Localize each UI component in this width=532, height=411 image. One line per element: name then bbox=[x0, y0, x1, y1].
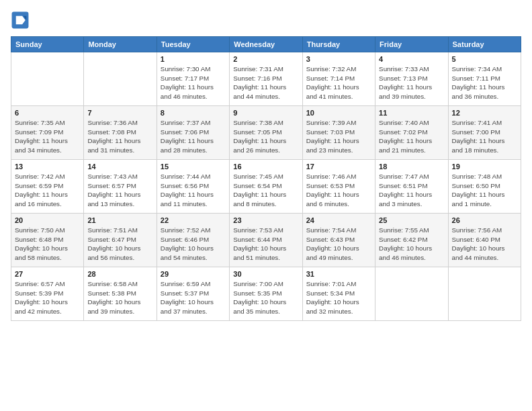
day-number: 11 bbox=[379, 109, 444, 117]
day-number: 29 bbox=[161, 270, 226, 278]
day-info: Sunrise: 7:32 AM Sunset: 7:14 PM Dayligh… bbox=[306, 64, 371, 101]
day-number: 31 bbox=[306, 270, 371, 278]
day-info: Sunrise: 7:40 AM Sunset: 7:02 PM Dayligh… bbox=[379, 118, 444, 155]
day-info: Sunrise: 7:47 AM Sunset: 6:51 PM Dayligh… bbox=[379, 172, 444, 209]
calendar-day-cell: 5Sunrise: 7:34 AM Sunset: 7:11 PM Daylig… bbox=[448, 52, 521, 106]
calendar-day-cell: 15Sunrise: 7:44 AM Sunset: 6:56 PM Dayli… bbox=[157, 160, 229, 214]
calendar-day-cell: 6Sunrise: 7:35 AM Sunset: 7:09 PM Daylig… bbox=[11, 106, 84, 160]
day-number: 17 bbox=[306, 163, 371, 171]
day-info: Sunrise: 7:51 AM Sunset: 6:47 PM Dayligh… bbox=[87, 226, 152, 263]
calendar-day-cell: 14Sunrise: 7:43 AM Sunset: 6:57 PM Dayli… bbox=[84, 160, 157, 214]
calendar-day-cell: 22Sunrise: 7:52 AM Sunset: 6:46 PM Dayli… bbox=[157, 214, 229, 267]
weekday-header: Tuesday bbox=[157, 37, 229, 52]
weekday-header-row: SundayMondayTuesdayWednesdayThursdayFrid… bbox=[11, 37, 521, 52]
day-info: Sunrise: 7:55 AM Sunset: 6:42 PM Dayligh… bbox=[379, 226, 444, 263]
calendar-day-cell: 28Sunrise: 6:58 AM Sunset: 5:38 PM Dayli… bbox=[84, 267, 157, 321]
day-number: 13 bbox=[15, 163, 80, 171]
day-number: 18 bbox=[379, 163, 444, 171]
calendar-week-row: 1Sunrise: 7:30 AM Sunset: 7:17 PM Daylig… bbox=[11, 52, 521, 106]
day-number: 9 bbox=[233, 109, 298, 117]
day-info: Sunrise: 7:01 AM Sunset: 5:34 PM Dayligh… bbox=[306, 279, 371, 316]
day-number: 26 bbox=[452, 216, 517, 224]
day-number: 2 bbox=[233, 55, 298, 63]
day-number: 19 bbox=[452, 163, 517, 171]
weekday-header: Saturday bbox=[448, 37, 521, 52]
weekday-header: Sunday bbox=[11, 37, 84, 52]
day-info: Sunrise: 7:30 AM Sunset: 7:17 PM Dayligh… bbox=[161, 64, 226, 101]
day-number: 6 bbox=[15, 109, 80, 117]
day-info: Sunrise: 7:52 AM Sunset: 6:46 PM Dayligh… bbox=[161, 226, 226, 263]
logo bbox=[11, 11, 32, 30]
day-info: Sunrise: 7:37 AM Sunset: 7:06 PM Dayligh… bbox=[161, 118, 226, 155]
day-number: 24 bbox=[306, 216, 371, 224]
day-number: 5 bbox=[452, 55, 517, 63]
day-info: Sunrise: 7:00 AM Sunset: 5:35 PM Dayligh… bbox=[233, 279, 298, 316]
day-info: Sunrise: 7:42 AM Sunset: 6:59 PM Dayligh… bbox=[15, 172, 80, 209]
day-info: Sunrise: 7:41 AM Sunset: 7:00 PM Dayligh… bbox=[452, 118, 517, 155]
calendar-day-cell: 31Sunrise: 7:01 AM Sunset: 5:34 PM Dayli… bbox=[302, 267, 375, 321]
day-info: Sunrise: 7:43 AM Sunset: 6:57 PM Dayligh… bbox=[87, 172, 152, 209]
calendar-day-cell: 27Sunrise: 6:57 AM Sunset: 5:39 PM Dayli… bbox=[11, 267, 84, 321]
day-info: Sunrise: 7:36 AM Sunset: 7:08 PM Dayligh… bbox=[87, 118, 152, 155]
weekday-header: Friday bbox=[375, 37, 448, 52]
day-number: 27 bbox=[15, 270, 80, 278]
calendar-day-cell: 8Sunrise: 7:37 AM Sunset: 7:06 PM Daylig… bbox=[157, 106, 229, 160]
day-number: 12 bbox=[452, 109, 517, 117]
calendar-day-cell bbox=[448, 267, 521, 321]
day-number: 30 bbox=[233, 270, 298, 278]
calendar-day-cell: 10Sunrise: 7:39 AM Sunset: 7:03 PM Dayli… bbox=[302, 106, 375, 160]
logo-icon bbox=[11, 11, 30, 30]
day-info: Sunrise: 7:44 AM Sunset: 6:56 PM Dayligh… bbox=[161, 172, 226, 209]
day-info: Sunrise: 6:57 AM Sunset: 5:39 PM Dayligh… bbox=[15, 279, 80, 316]
day-number: 28 bbox=[87, 270, 152, 278]
day-info: Sunrise: 7:48 AM Sunset: 6:50 PM Dayligh… bbox=[452, 172, 517, 209]
calendar-day-cell: 30Sunrise: 7:00 AM Sunset: 5:35 PM Dayli… bbox=[230, 267, 302, 321]
calendar-day-cell: 29Sunrise: 6:59 AM Sunset: 5:37 PM Dayli… bbox=[157, 267, 229, 321]
day-info: Sunrise: 7:34 AM Sunset: 7:11 PM Dayligh… bbox=[452, 64, 517, 101]
calendar-day-cell: 17Sunrise: 7:46 AM Sunset: 6:53 PM Dayli… bbox=[302, 160, 375, 214]
day-info: Sunrise: 7:56 AM Sunset: 6:40 PM Dayligh… bbox=[452, 226, 517, 263]
day-number: 3 bbox=[306, 55, 371, 63]
day-number: 1 bbox=[161, 55, 226, 63]
day-info: Sunrise: 7:46 AM Sunset: 6:53 PM Dayligh… bbox=[306, 172, 371, 209]
day-number: 25 bbox=[379, 216, 444, 224]
day-number: 14 bbox=[87, 163, 152, 171]
calendar-day-cell: 25Sunrise: 7:55 AM Sunset: 6:42 PM Dayli… bbox=[375, 214, 448, 267]
day-number: 16 bbox=[233, 163, 298, 171]
calendar-day-cell: 12Sunrise: 7:41 AM Sunset: 7:00 PM Dayli… bbox=[448, 106, 521, 160]
weekday-header: Wednesday bbox=[230, 37, 302, 52]
day-number: 10 bbox=[306, 109, 371, 117]
day-info: Sunrise: 7:50 AM Sunset: 6:48 PM Dayligh… bbox=[15, 226, 80, 263]
calendar-day-cell bbox=[375, 267, 448, 321]
calendar-day-cell: 4Sunrise: 7:33 AM Sunset: 7:13 PM Daylig… bbox=[375, 52, 448, 106]
day-info: Sunrise: 7:54 AM Sunset: 6:43 PM Dayligh… bbox=[306, 226, 371, 263]
day-number: 8 bbox=[161, 109, 226, 117]
day-info: Sunrise: 7:39 AM Sunset: 7:03 PM Dayligh… bbox=[306, 118, 371, 155]
calendar-day-cell: 18Sunrise: 7:47 AM Sunset: 6:51 PM Dayli… bbox=[375, 160, 448, 214]
calendar-week-row: 6Sunrise: 7:35 AM Sunset: 7:09 PM Daylig… bbox=[11, 106, 521, 160]
day-number: 21 bbox=[87, 216, 152, 224]
day-info: Sunrise: 7:33 AM Sunset: 7:13 PM Dayligh… bbox=[379, 64, 444, 101]
calendar-day-cell: 9Sunrise: 7:38 AM Sunset: 7:05 PM Daylig… bbox=[230, 106, 302, 160]
day-info: Sunrise: 7:38 AM Sunset: 7:05 PM Dayligh… bbox=[233, 118, 298, 155]
calendar-week-row: 27Sunrise: 6:57 AM Sunset: 5:39 PM Dayli… bbox=[11, 267, 521, 321]
calendar-day-cell bbox=[11, 52, 84, 106]
calendar-day-cell: 3Sunrise: 7:32 AM Sunset: 7:14 PM Daylig… bbox=[302, 52, 375, 106]
calendar-day-cell: 20Sunrise: 7:50 AM Sunset: 6:48 PM Dayli… bbox=[11, 214, 84, 267]
calendar-day-cell: 19Sunrise: 7:48 AM Sunset: 6:50 PM Dayli… bbox=[448, 160, 521, 214]
calendar-day-cell: 2Sunrise: 7:31 AM Sunset: 7:16 PM Daylig… bbox=[230, 52, 302, 106]
calendar-day-cell bbox=[84, 52, 157, 106]
day-number: 7 bbox=[87, 109, 152, 117]
calendar-day-cell: 11Sunrise: 7:40 AM Sunset: 7:02 PM Dayli… bbox=[375, 106, 448, 160]
calendar-week-row: 13Sunrise: 7:42 AM Sunset: 6:59 PM Dayli… bbox=[11, 160, 521, 214]
day-info: Sunrise: 7:45 AM Sunset: 6:54 PM Dayligh… bbox=[233, 172, 298, 209]
day-info: Sunrise: 7:35 AM Sunset: 7:09 PM Dayligh… bbox=[15, 118, 80, 155]
weekday-header: Thursday bbox=[302, 37, 375, 52]
day-info: Sunrise: 6:58 AM Sunset: 5:38 PM Dayligh… bbox=[87, 279, 152, 316]
day-info: Sunrise: 7:53 AM Sunset: 6:44 PM Dayligh… bbox=[233, 226, 298, 263]
day-number: 20 bbox=[15, 216, 80, 224]
day-info: Sunrise: 6:59 AM Sunset: 5:37 PM Dayligh… bbox=[161, 279, 226, 316]
page-header bbox=[11, 11, 521, 30]
calendar-day-cell: 7Sunrise: 7:36 AM Sunset: 7:08 PM Daylig… bbox=[84, 106, 157, 160]
calendar-day-cell: 21Sunrise: 7:51 AM Sunset: 6:47 PM Dayli… bbox=[84, 214, 157, 267]
